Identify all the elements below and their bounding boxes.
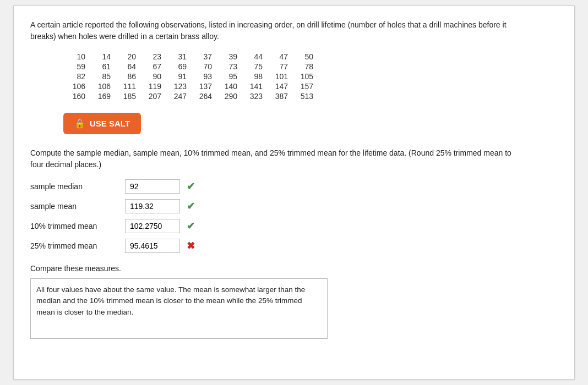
data-cell: 169 (89, 92, 114, 101)
data-cell: 185 (114, 92, 139, 101)
data-cell: 111 (114, 82, 139, 91)
stat-row: sample mean✔ (30, 199, 558, 213)
data-cell: 70 (190, 62, 215, 71)
page-container: A certain article reported the following… (13, 6, 575, 380)
stat-label: 10% trimmed mean (30, 222, 118, 230)
stat-input[interactable] (125, 219, 180, 233)
salt-icon: 🔒 (74, 118, 85, 129)
stat-input[interactable] (125, 199, 180, 213)
data-cell: 147 (266, 82, 291, 91)
data-row: 8285869091939598101105 (63, 72, 558, 81)
stat-row: 25% trimmed mean✖ (30, 239, 558, 253)
data-cell: 31 (165, 52, 190, 61)
data-cell: 91 (165, 72, 190, 81)
stat-row: 10% trimmed mean✔ (30, 219, 558, 233)
data-cell: 119 (139, 82, 165, 91)
data-row: 160169185207247264290323387513 (63, 92, 558, 101)
data-cell: 73 (215, 62, 241, 71)
data-cell: 37 (190, 52, 215, 61)
data-row: 106106111119123137140141147157 (63, 82, 558, 91)
data-cell: 106 (89, 82, 114, 91)
data-cell: 44 (241, 52, 266, 61)
data-cell: 140 (215, 82, 241, 91)
data-cell: 157 (291, 82, 317, 91)
data-cell: 67 (139, 62, 165, 71)
data-cell: 290 (215, 92, 241, 101)
data-cell: 101 (266, 72, 291, 81)
data-cell: 247 (165, 92, 190, 101)
data-cell: 75 (241, 62, 266, 71)
stat-input[interactable] (125, 239, 180, 253)
stat-label: sample mean (30, 202, 118, 211)
check-icon: ✔ (187, 180, 195, 193)
data-cell: 23 (139, 52, 165, 61)
data-cell: 95 (215, 72, 241, 81)
data-cell: 82 (63, 72, 89, 81)
data-cell: 137 (190, 82, 215, 91)
data-cell: 50 (291, 52, 317, 61)
data-cell: 123 (165, 82, 190, 91)
stats-grid: sample median✔sample mean✔10% trimmed me… (30, 179, 558, 253)
data-cell: 69 (165, 62, 190, 71)
data-cell: 77 (266, 62, 291, 71)
data-cell: 14 (89, 52, 114, 61)
compare-label: Compare these measures. (30, 264, 558, 273)
data-cell: 39 (215, 52, 241, 61)
data-cell: 93 (190, 72, 215, 81)
compute-instruction: Compute the sample median, sample mean, … (30, 147, 526, 170)
data-cell: 85 (89, 72, 114, 81)
check-icon: ✔ (187, 200, 195, 212)
use-salt-label: USE SALT (90, 119, 130, 128)
data-cell: 98 (241, 72, 266, 81)
use-salt-button[interactable]: 🔒 USE SALT (63, 113, 141, 134)
data-cell: 207 (139, 92, 165, 101)
stat-label: sample median (30, 182, 118, 191)
data-cell: 387 (266, 92, 291, 101)
stat-input[interactable] (125, 179, 180, 194)
data-cell: 264 (190, 92, 215, 101)
data-cell: 47 (266, 52, 291, 61)
data-table: 1014202331373944475059616467697073757778… (63, 52, 558, 101)
data-row: 59616467697073757778 (63, 62, 558, 71)
data-cell: 160 (63, 92, 89, 101)
data-cell: 61 (89, 62, 114, 71)
data-cell: 106 (63, 82, 89, 91)
data-cell: 513 (291, 92, 317, 101)
data-cell: 86 (114, 72, 139, 81)
data-cell: 105 (291, 72, 317, 81)
data-cell: 323 (241, 92, 266, 101)
data-cell: 90 (139, 72, 165, 81)
data-cell: 64 (114, 62, 139, 71)
data-row: 10142023313739444750 (63, 52, 558, 61)
intro-text: A certain article reported the following… (30, 19, 526, 42)
data-cell: 141 (241, 82, 266, 91)
compare-textarea[interactable] (30, 278, 328, 339)
data-cell: 78 (291, 62, 317, 71)
cross-icon: ✖ (187, 240, 195, 252)
data-cell: 20 (114, 52, 139, 61)
stat-label: 25% trimmed mean (30, 241, 118, 250)
stat-row: sample median✔ (30, 179, 558, 194)
data-cell: 10 (63, 52, 89, 61)
data-cell: 59 (63, 62, 89, 71)
check-icon: ✔ (187, 220, 195, 232)
